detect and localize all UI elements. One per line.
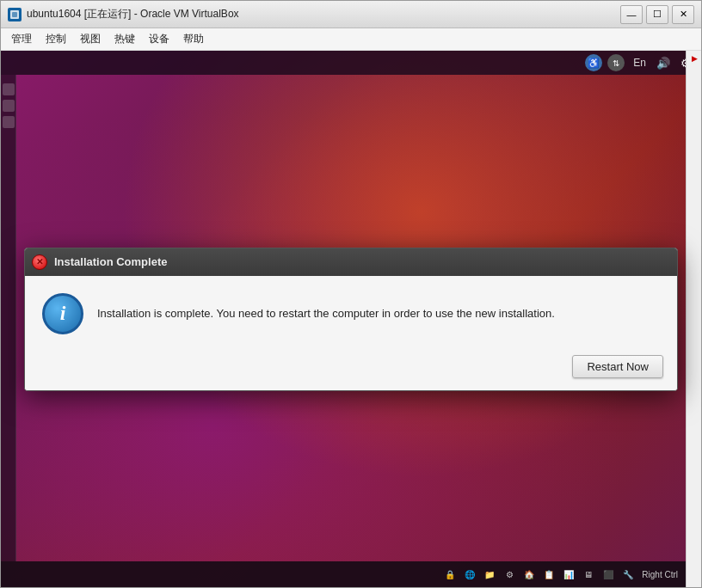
menu-manage[interactable]: 管理 [4, 30, 39, 48]
dialog-close-button[interactable]: ✕ [32, 254, 47, 270]
info-icon: i [42, 293, 83, 334]
menu-hotkey[interactable]: 热键 [108, 30, 142, 48]
window-controls: — ☐ ✕ [620, 5, 694, 24]
menu-control[interactable]: 控制 [39, 30, 73, 48]
dialog-footer: Restart Now [25, 348, 677, 390]
menu-view[interactable]: 视图 [73, 30, 108, 48]
virtualbox-window: ubuntu1604 [正在运行] - Oracle VM VirtualBox… [0, 0, 702, 588]
dialog-title: Installation Complete [54, 255, 167, 268]
menu-bar: 管理 控制 视图 热键 设备 帮助 [1, 28, 701, 51]
dialog-overlay: ✕ Installation Complete i Installation i… [1, 51, 701, 587]
restart-now-button[interactable]: Restart Now [572, 355, 663, 378]
close-button[interactable]: ✕ [672, 5, 694, 24]
title-bar: ubuntu1604 [正在运行] - Oracle VM VirtualBox… [1, 1, 701, 28]
vm-content: ♿ ⇅ En 🔊 ⚙ ▶ [1, 51, 701, 587]
maximize-button[interactable]: ☐ [646, 5, 668, 24]
svg-rect-2 [12, 12, 17, 17]
dialog-titlebar: ✕ Installation Complete [25, 248, 677, 276]
minimize-button[interactable]: — [620, 5, 643, 24]
window-title: ubuntu1604 [正在运行] - Oracle VM VirtualBox [27, 7, 620, 21]
menu-devices[interactable]: 设备 [142, 30, 176, 48]
dialog-body: i Installation is complete. You need to … [25, 276, 677, 348]
menu-help[interactable]: 帮助 [176, 30, 211, 48]
window-icon [8, 8, 22, 21]
installation-complete-dialog: ✕ Installation Complete i Installation i… [24, 248, 678, 391]
dialog-message: Installation is complete. You need to re… [97, 305, 660, 322]
